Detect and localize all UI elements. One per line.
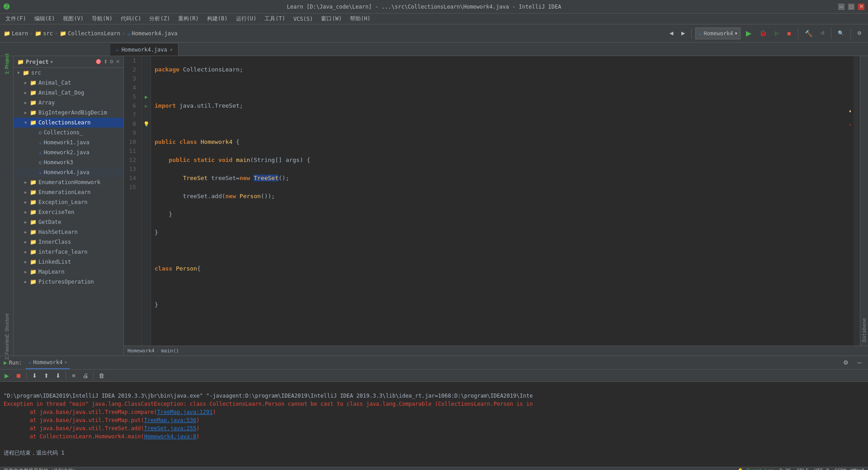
- project-tool-button[interactable]: 1: Project: [1, 58, 13, 70]
- tree-homework1[interactable]: ☕ Homework1.java: [14, 138, 123, 147]
- run-config-label: Homework4: [704, 30, 733, 37]
- tree-exerciseten[interactable]: ▶ 📁 ExerciseTen: [14, 207, 123, 217]
- tree-innerclass[interactable]: ▶ 📁 InnerClass: [14, 237, 123, 247]
- tree-label: HashSetLearn: [38, 229, 78, 235]
- link-homework4-main[interactable]: Homework4.java:8: [144, 433, 197, 440]
- tree-homework4-active[interactable]: ☕ Homework4.java: [14, 167, 123, 177]
- run-main-icon[interactable]: ▶: [145, 103, 148, 109]
- tree-getdate[interactable]: ▶ 📁 GetDate: [14, 217, 123, 227]
- run-tab-text: Run:: [9, 360, 22, 366]
- menu-build[interactable]: 构建(B): [203, 14, 231, 24]
- run-config-dropdown[interactable]: ☕ Homework4 ▼: [695, 28, 741, 39]
- gutter-5[interactable]: ▶: [142, 92, 151, 101]
- tree-animal-cat[interactable]: ▶ 📁 Animal_Cat: [14, 78, 123, 88]
- tree-homework2[interactable]: ☕ Homework2.java: [14, 147, 123, 157]
- rebuild-button[interactable]: ↺: [818, 27, 827, 40]
- tree-pictures[interactable]: ▶ 📁 PicturesOperation: [14, 277, 123, 287]
- stop-button[interactable]: ⏹: [784, 27, 794, 40]
- scroll-to-end-button[interactable]: ⬇: [29, 370, 39, 380]
- breadcrumb-method[interactable]: main(): [161, 348, 179, 354]
- sidebar-actions: 🎯 ⬆ ⚙ ✕: [95, 59, 120, 65]
- structure-button[interactable]: Z: Structure: [1, 319, 13, 331]
- menu-vcs[interactable]: VCS(S): [290, 15, 316, 23]
- panel-settings-button[interactable]: ⚙: [841, 358, 851, 368]
- sidebar-close-button[interactable]: ✕: [116, 59, 120, 65]
- tree-homework3[interactable]: © Homework3: [14, 157, 123, 167]
- breadcrumb-src[interactable]: 📁 src: [35, 30, 53, 37]
- prev-output-button[interactable]: ⬆: [41, 370, 51, 380]
- nav-forward-button[interactable]: ▶: [679, 27, 688, 40]
- menu-code[interactable]: 代码(C): [117, 14, 145, 24]
- status-encoding[interactable]: UTF-8: [814, 468, 829, 470]
- locate-file-button[interactable]: 🎯: [95, 59, 102, 65]
- menu-view[interactable]: 视图(V): [59, 14, 87, 24]
- maximize-button[interactable]: □: [848, 4, 854, 10]
- breadcrumb-learn[interactable]: 📁 Learn: [4, 30, 28, 37]
- menu-window[interactable]: 窗口(W): [317, 14, 345, 24]
- next-output-button[interactable]: ⬇: [53, 370, 63, 380]
- status-line-ending[interactable]: CRLF: [797, 468, 809, 470]
- menu-help[interactable]: 帮助(H): [346, 14, 374, 24]
- tree-enumlearn[interactable]: ▶ 📁 EnumerationLearn: [14, 187, 123, 197]
- menu-file[interactable]: 文件(F): [2, 14, 30, 24]
- tree-collections-learn[interactable]: ▼ 📁 CollectionsLearn: [14, 118, 123, 128]
- tree-exception-learn[interactable]: ▶ 📁 Exception_Learn: [14, 197, 123, 207]
- rerun-button[interactable]: ▶: [2, 370, 12, 380]
- run-tab-close-button[interactable]: ✕: [64, 360, 67, 365]
- folder-icon: 📁: [30, 269, 37, 275]
- breadcrumb-class[interactable]: Homework4: [127, 348, 155, 354]
- stop-run-button[interactable]: ⏹: [14, 370, 24, 380]
- expand-arrow: ▶: [24, 190, 30, 195]
- run-button[interactable]: ▶: [743, 27, 754, 40]
- breadcrumb-src-label: src: [43, 30, 53, 37]
- link-treemap-put[interactable]: TreeMap.java:536: [144, 417, 197, 423]
- clear-output-button[interactable]: 🗑: [96, 370, 106, 380]
- collapse-all-button[interactable]: ⬆: [104, 59, 108, 65]
- tree-enumhomework[interactable]: ▶ 📁 EnumerationHomework: [14, 177, 123, 187]
- print-button[interactable]: 🖨: [80, 370, 90, 380]
- gutter-4: [142, 83, 151, 92]
- tree-collections-class[interactable]: © Collections_: [14, 128, 123, 138]
- tree-array[interactable]: ▶ 📁 Array: [14, 98, 123, 108]
- nav-back-button[interactable]: ◀: [667, 27, 676, 40]
- search-button[interactable]: 🔍: [835, 27, 847, 40]
- menu-edit[interactable]: 编辑(E): [31, 14, 59, 24]
- panel-minimize-button[interactable]: ─: [854, 358, 864, 368]
- tab-homework4[interactable]: ☕ Homework4.java ✕: [110, 43, 179, 56]
- settings-button[interactable]: ⚙: [854, 27, 864, 40]
- soft-wrap-button[interactable]: ≡: [69, 370, 79, 380]
- database-tab[interactable]: Database: [860, 56, 868, 346]
- run-class-icon[interactable]: ▶: [145, 94, 148, 100]
- tree-hashsetlearn[interactable]: ▶ 📁 HashSetLearn: [14, 227, 123, 237]
- code-editor[interactable]: package CollectionsLearn; import java.ut…: [151, 56, 854, 346]
- breadcrumb-homework4[interactable]: ☕ Homework4.java: [127, 30, 177, 37]
- menu-analyze[interactable]: 分析(Z): [146, 14, 174, 24]
- tab-close-button[interactable]: ✕: [170, 47, 173, 52]
- menu-tools[interactable]: 工具(T): [261, 14, 289, 24]
- menu-refactor[interactable]: 重构(R): [175, 14, 203, 24]
- menu-run[interactable]: 运行(U): [232, 14, 260, 24]
- menu-navigate[interactable]: 导航(N): [88, 14, 116, 24]
- event-log-button[interactable]: 🔔 Event Log: [737, 468, 774, 470]
- tree-animal-cat-dog[interactable]: ▶ 📁 Animal_Cat_Dog: [14, 88, 123, 98]
- build-button[interactable]: 🔨: [802, 27, 815, 40]
- status-bar: 所有文件都是最新的（片刻之前） 🔔 Event Log 8:35 CRLF UT…: [0, 467, 868, 470]
- link-treeset-add[interactable]: TreeSet.java:255: [144, 425, 197, 432]
- favorites-button[interactable]: 2: Favorites: [1, 342, 13, 354]
- gutter-6[interactable]: ▶: [142, 101, 151, 110]
- breadcrumb-collections[interactable]: 📁 CollectionsLearn: [60, 30, 120, 37]
- right-side-tabs: Database: [860, 56, 868, 346]
- tree-linkedlist[interactable]: ▶ 📁 LinkedList: [14, 257, 123, 267]
- debug-button[interactable]: 🐞: [757, 27, 769, 40]
- minimize-button[interactable]: ─: [838, 4, 844, 10]
- link-treemap-compare[interactable]: TreeMap.java:1291: [157, 409, 213, 415]
- run-with-coverage-button[interactable]: ▷: [772, 27, 781, 40]
- code-line-10: }: [155, 228, 850, 237]
- close-button[interactable]: ✕: [858, 4, 864, 10]
- tree-interface-learn[interactable]: ▶ 📁 interface_learn: [14, 247, 123, 257]
- sidebar-settings-button[interactable]: ⚙: [109, 59, 114, 65]
- run-homework4-tab[interactable]: ☕ Homework4 ✕: [26, 356, 70, 369]
- tree-src[interactable]: ▼ 📁 src: [14, 68, 123, 78]
- tree-biginteger[interactable]: ▶ 📁 BigIntegerAndBigDecim: [14, 108, 123, 118]
- tree-maplearn[interactable]: ▶ 📁 MapLearn: [14, 267, 123, 277]
